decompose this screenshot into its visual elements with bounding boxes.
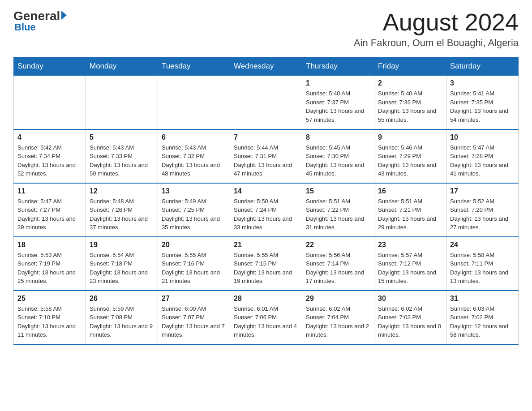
day-cell: 18Sunrise: 5:53 AM Sunset: 7:19 PM Dayli…	[14, 237, 86, 291]
day-number: 10	[450, 133, 515, 141]
day-info: Sunrise: 5:51 AM Sunset: 7:21 PM Dayligh…	[378, 197, 442, 232]
day-cell	[86, 76, 158, 129]
day-cell: 1Sunrise: 5:40 AM Sunset: 7:37 PM Daylig…	[302, 76, 374, 129]
day-cell: 23Sunrise: 5:57 AM Sunset: 7:12 PM Dayli…	[374, 237, 446, 291]
day-cell: 8Sunrise: 5:45 AM Sunset: 7:30 PM Daylig…	[302, 129, 374, 183]
header-monday: Monday	[86, 57, 158, 76]
day-cell: 13Sunrise: 5:49 AM Sunset: 7:25 PM Dayli…	[158, 183, 230, 237]
day-info: Sunrise: 5:55 AM Sunset: 7:15 PM Dayligh…	[234, 251, 298, 286]
day-info: Sunrise: 5:55 AM Sunset: 7:16 PM Dayligh…	[162, 251, 226, 286]
day-cell: 5Sunrise: 5:43 AM Sunset: 7:33 PM Daylig…	[86, 129, 158, 183]
day-cell: 3Sunrise: 5:41 AM Sunset: 7:35 PM Daylig…	[446, 76, 519, 129]
calendar-table: SundayMondayTuesdayWednesdayThursdayFrid…	[13, 57, 519, 345]
day-number: 13	[162, 187, 226, 195]
day-info: Sunrise: 6:03 AM Sunset: 7:02 PM Dayligh…	[450, 304, 515, 339]
day-info: Sunrise: 5:43 AM Sunset: 7:32 PM Dayligh…	[162, 143, 226, 178]
day-cell: 17Sunrise: 5:52 AM Sunset: 7:20 PM Dayli…	[446, 183, 519, 237]
day-cell	[14, 76, 86, 129]
day-cell: 4Sunrise: 5:42 AM Sunset: 7:34 PM Daylig…	[14, 129, 86, 183]
day-number: 31	[450, 295, 515, 303]
day-number: 16	[378, 187, 442, 195]
logo: General Blue	[13, 9, 67, 33]
day-info: Sunrise: 6:01 AM Sunset: 7:06 PM Dayligh…	[234, 304, 298, 339]
day-cell: 6Sunrise: 5:43 AM Sunset: 7:32 PM Daylig…	[158, 129, 230, 183]
day-number: 28	[234, 295, 298, 303]
day-cell: 26Sunrise: 5:59 AM Sunset: 7:08 PM Dayli…	[86, 291, 158, 344]
day-info: Sunrise: 5:40 AM Sunset: 7:36 PM Dayligh…	[378, 89, 442, 124]
day-cell: 19Sunrise: 5:54 AM Sunset: 7:18 PM Dayli…	[86, 237, 158, 291]
page-header: General Blue August 2024 Ain Fakroun, Ou…	[13, 9, 519, 49]
day-number: 21	[234, 241, 298, 249]
day-cell: 30Sunrise: 6:02 AM Sunset: 7:03 PM Dayli…	[374, 291, 446, 344]
day-number: 5	[90, 133, 154, 141]
day-number: 6	[162, 133, 226, 141]
day-cell: 12Sunrise: 5:48 AM Sunset: 7:26 PM Dayli…	[86, 183, 158, 237]
day-number: 8	[306, 133, 370, 141]
day-info: Sunrise: 6:00 AM Sunset: 7:07 PM Dayligh…	[162, 304, 226, 339]
day-info: Sunrise: 5:50 AM Sunset: 7:24 PM Dayligh…	[234, 197, 298, 232]
week-row-5: 25Sunrise: 5:58 AM Sunset: 7:10 PM Dayli…	[14, 291, 519, 344]
day-cell	[158, 76, 230, 129]
day-number: 7	[234, 133, 298, 141]
week-row-1: 1Sunrise: 5:40 AM Sunset: 7:37 PM Daylig…	[14, 76, 519, 129]
day-cell: 15Sunrise: 5:51 AM Sunset: 7:22 PM Dayli…	[302, 183, 374, 237]
day-info: Sunrise: 5:44 AM Sunset: 7:31 PM Dayligh…	[234, 143, 298, 178]
day-cell: 11Sunrise: 5:47 AM Sunset: 7:27 PM Dayli…	[14, 183, 86, 237]
day-number: 22	[306, 241, 370, 249]
calendar-header-row: SundayMondayTuesdayWednesdayThursdayFrid…	[14, 57, 519, 76]
day-cell: 7Sunrise: 5:44 AM Sunset: 7:31 PM Daylig…	[230, 129, 302, 183]
day-info: Sunrise: 5:58 AM Sunset: 7:11 PM Dayligh…	[450, 251, 515, 286]
day-number: 12	[90, 187, 154, 195]
day-info: Sunrise: 5:47 AM Sunset: 7:28 PM Dayligh…	[450, 143, 515, 178]
day-info: Sunrise: 5:54 AM Sunset: 7:18 PM Dayligh…	[90, 251, 154, 286]
day-info: Sunrise: 5:56 AM Sunset: 7:14 PM Dayligh…	[306, 251, 370, 286]
day-cell: 2Sunrise: 5:40 AM Sunset: 7:36 PM Daylig…	[374, 76, 446, 129]
day-cell: 29Sunrise: 6:02 AM Sunset: 7:04 PM Dayli…	[302, 291, 374, 344]
day-number: 29	[306, 295, 370, 303]
day-cell: 25Sunrise: 5:58 AM Sunset: 7:10 PM Dayli…	[14, 291, 86, 344]
logo-arrow-icon	[61, 11, 67, 20]
day-info: Sunrise: 5:53 AM Sunset: 7:19 PM Dayligh…	[17, 251, 82, 286]
day-info: Sunrise: 5:49 AM Sunset: 7:25 PM Dayligh…	[162, 197, 226, 232]
day-number: 19	[90, 241, 154, 249]
day-info: Sunrise: 5:51 AM Sunset: 7:22 PM Dayligh…	[306, 197, 370, 232]
day-info: Sunrise: 5:59 AM Sunset: 7:08 PM Dayligh…	[90, 304, 154, 339]
day-info: Sunrise: 6:02 AM Sunset: 7:03 PM Dayligh…	[378, 304, 442, 339]
day-info: Sunrise: 5:40 AM Sunset: 7:37 PM Dayligh…	[306, 89, 370, 124]
header-thursday: Thursday	[302, 57, 374, 76]
day-cell	[230, 76, 302, 129]
day-cell: 27Sunrise: 6:00 AM Sunset: 7:07 PM Dayli…	[158, 291, 230, 344]
day-info: Sunrise: 5:45 AM Sunset: 7:30 PM Dayligh…	[306, 143, 370, 178]
day-info: Sunrise: 5:48 AM Sunset: 7:26 PM Dayligh…	[90, 197, 154, 232]
day-info: Sunrise: 5:43 AM Sunset: 7:33 PM Dayligh…	[90, 143, 154, 178]
day-info: Sunrise: 5:57 AM Sunset: 7:12 PM Dayligh…	[378, 251, 442, 286]
day-number: 1	[306, 79, 370, 87]
header-saturday: Saturday	[446, 57, 519, 76]
day-info: Sunrise: 5:46 AM Sunset: 7:29 PM Dayligh…	[378, 143, 442, 178]
day-number: 9	[378, 133, 442, 141]
day-number: 26	[90, 295, 154, 303]
day-number: 20	[162, 241, 226, 249]
day-number: 15	[306, 187, 370, 195]
day-number: 2	[378, 79, 442, 87]
day-cell: 22Sunrise: 5:56 AM Sunset: 7:14 PM Dayli…	[302, 237, 374, 291]
day-cell: 21Sunrise: 5:55 AM Sunset: 7:15 PM Dayli…	[230, 237, 302, 291]
day-number: 23	[378, 241, 442, 249]
day-info: Sunrise: 5:42 AM Sunset: 7:34 PM Dayligh…	[17, 143, 82, 178]
day-info: Sunrise: 5:58 AM Sunset: 7:10 PM Dayligh…	[17, 304, 82, 339]
month-title: August 2024	[354, 9, 519, 35]
day-cell: 16Sunrise: 5:51 AM Sunset: 7:21 PM Dayli…	[374, 183, 446, 237]
day-number: 25	[17, 295, 82, 303]
day-number: 27	[162, 295, 226, 303]
header-sunday: Sunday	[14, 57, 86, 76]
week-row-4: 18Sunrise: 5:53 AM Sunset: 7:19 PM Dayli…	[14, 237, 519, 291]
day-number: 24	[450, 241, 515, 249]
day-cell: 24Sunrise: 5:58 AM Sunset: 7:11 PM Dayli…	[446, 237, 519, 291]
day-cell: 20Sunrise: 5:55 AM Sunset: 7:16 PM Dayli…	[158, 237, 230, 291]
week-row-3: 11Sunrise: 5:47 AM Sunset: 7:27 PM Dayli…	[14, 183, 519, 237]
day-info: Sunrise: 5:41 AM Sunset: 7:35 PM Dayligh…	[450, 89, 515, 124]
title-block: August 2024 Ain Fakroun, Oum el Bouaghi,…	[354, 9, 519, 49]
header-wednesday: Wednesday	[230, 57, 302, 76]
day-number: 4	[17, 133, 82, 141]
week-row-2: 4Sunrise: 5:42 AM Sunset: 7:34 PM Daylig…	[14, 129, 519, 183]
